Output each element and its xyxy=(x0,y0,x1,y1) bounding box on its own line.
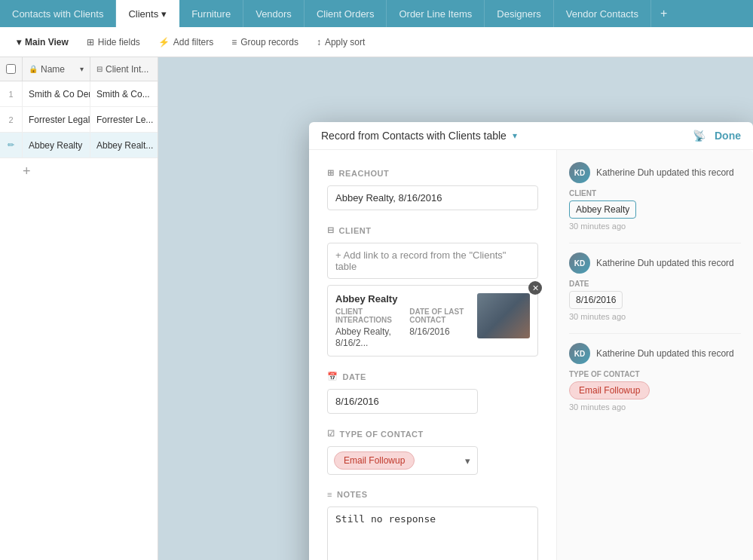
divider-1 xyxy=(569,243,741,243)
table-row[interactable]: 1 Smith & Co Dentistry Smith & Co... xyxy=(0,81,158,107)
table-row[interactable]: 2 Forrester Legal Partners Forrester Le.… xyxy=(0,107,158,133)
spreadsheet: 🔒 Name ▾ ⊟ Client Int... 1 Smith & Co De… xyxy=(0,57,158,560)
activity-badge-wrapper: Email Followup xyxy=(569,381,741,399)
add-row-button[interactable]: + xyxy=(0,158,158,184)
reachout-label: ⊞ REACHOUT xyxy=(327,168,538,178)
add-tab-button[interactable]: + xyxy=(651,7,676,20)
row-number: 2 xyxy=(0,107,23,132)
client-section: ⊟ CLIENT + Add link to a record from the… xyxy=(327,225,538,357)
background-area: Record from Contacts with Clients table … xyxy=(158,57,753,560)
date-label: 📅 DATE xyxy=(327,372,538,381)
tab-vendors[interactable]: Vendors xyxy=(243,0,305,27)
activity-field-label-1: CLIENT xyxy=(569,189,741,197)
avatar-3: KD xyxy=(569,343,590,364)
tab-designers[interactable]: Designers xyxy=(485,0,554,27)
chevron-down-icon: ▾ xyxy=(17,37,21,47)
header-name-col: 🔒 Name ▾ xyxy=(23,57,90,81)
type-of-contact-section: ☑ TYPE OF CONTACT Email Followup ▾ xyxy=(327,429,538,475)
tab-client-orders[interactable]: Client Orders xyxy=(305,0,387,27)
type-select[interactable]: Email Followup xyxy=(327,446,478,475)
feed-icon: 📡 xyxy=(693,130,706,142)
chevron-down-icon: ▾ xyxy=(161,8,167,20)
nav-tabs: Contacts with Clients Clients ▾ Furnitur… xyxy=(0,0,753,27)
add-filters-button[interactable]: ⚡ Add filters xyxy=(151,34,221,50)
group-icon: ≡ xyxy=(231,37,237,47)
modal-container: Record from Contacts with Clients table … xyxy=(309,122,753,560)
row-number: 1 xyxy=(0,81,23,106)
type-icon: ☑ xyxy=(327,429,335,439)
row-name-cell: Forrester Legal Partners xyxy=(23,107,90,132)
edit-icon: ✏ xyxy=(8,140,14,150)
table-row[interactable]: ✏ Abbey Realty Abbey Realt... xyxy=(0,133,158,158)
linked-record-name: Abbey Realty xyxy=(335,293,470,304)
activity-field-label-2: DATE xyxy=(569,280,741,288)
tab-furniture[interactable]: Furniture xyxy=(179,0,243,27)
tab-contacts-with-clients[interactable]: Contacts with Clients xyxy=(0,0,116,27)
notes-wrapper: @ xyxy=(327,506,538,560)
col2-label: DATE OF LAST CONTACT xyxy=(409,308,470,324)
record-modal: Record from Contacts with Clients table … xyxy=(309,115,753,560)
type-of-contact-label: ☑ TYPE OF CONTACT xyxy=(327,429,538,439)
sort-icon: ↕ xyxy=(317,37,321,47)
linked-record-meta: CLIENT INTERACTIONS Abbey Realty, 8/16/2… xyxy=(335,308,470,348)
header-checkbox-col xyxy=(0,57,23,81)
activity-text-3: Katherine Duh updated this record xyxy=(596,348,734,359)
tab-clients[interactable]: Clients ▾ xyxy=(116,0,179,27)
activity-feed: KD Katherine Duh updated this record CLI… xyxy=(557,150,753,560)
row-number: ✏ xyxy=(0,133,23,158)
chevron-down-icon: ▾ xyxy=(80,65,84,73)
tab-vendor-contacts[interactable]: Vendor Contacts xyxy=(554,0,651,27)
notes-section: ≡ NOTES @ xyxy=(327,490,538,560)
activity-time-2: 30 minutes ago xyxy=(569,312,741,321)
reachout-section: ⊞ REACHOUT xyxy=(327,168,538,210)
select-all-checkbox[interactable] xyxy=(6,64,16,74)
date-section: 📅 DATE xyxy=(327,372,538,414)
add-link-button[interactable]: + Add link to a record from the "Clients… xyxy=(327,243,538,279)
main-view-button[interactable]: ▾ Main View xyxy=(9,34,76,50)
reachout-icon: ⊞ xyxy=(327,168,335,178)
activity-entry-1: KD Katherine Duh updated this record CLI… xyxy=(569,162,741,231)
header-client-col: ⊟ Client Int... xyxy=(90,57,158,81)
done-button[interactable]: Done xyxy=(715,130,741,142)
modal-title: Record from Contacts with Clients table xyxy=(321,130,507,142)
reachout-input[interactable] xyxy=(327,185,538,210)
row-name-cell: Abbey Realty xyxy=(23,133,90,158)
apply-sort-button[interactable]: ↕ Apply sort xyxy=(309,34,372,50)
chevron-down-icon: ▾ xyxy=(513,130,517,141)
tab-order-line-items[interactable]: Order Line Items xyxy=(387,0,485,27)
close-linked-record-button[interactable]: ✕ xyxy=(528,281,542,295)
notes-label: ≡ NOTES xyxy=(327,490,538,499)
col1-label: CLIENT INTERACTIONS xyxy=(335,308,394,324)
linked-record-col2: DATE OF LAST CONTACT 8/16/2016 xyxy=(409,308,470,348)
filter-icon: ⚡ xyxy=(158,37,170,47)
activity-header-1: KD Katherine Duh updated this record xyxy=(569,162,741,183)
hide-fields-button[interactable]: ⊞ Hide fields xyxy=(79,34,148,50)
client-label: ⊟ CLIENT xyxy=(327,225,538,235)
calendar-icon: 📅 xyxy=(327,372,338,381)
avatar-2: KD xyxy=(569,252,590,274)
date-input[interactable] xyxy=(327,389,478,414)
main-content: 🔒 Name ▾ ⊟ Client Int... 1 Smith & Co De… xyxy=(0,57,753,560)
row-client-cell: Forrester Le... xyxy=(90,107,158,132)
type-badge: Email Followup xyxy=(334,451,415,470)
modal-header: Record from Contacts with Clients table … xyxy=(309,122,753,150)
divider-2 xyxy=(569,333,741,334)
linked-record-col1: CLIENT INTERACTIONS Abbey Realty, 8/16/2… xyxy=(335,308,394,348)
thumbnail-image xyxy=(477,293,530,338)
table-icon: ⊟ xyxy=(96,65,103,73)
activity-field-value-1: Abbey Realty xyxy=(569,200,636,219)
modal-body: ⊞ REACHOUT ⊟ CLIENT + xyxy=(309,150,753,560)
fields-icon: ⊞ xyxy=(87,37,94,47)
notes-textarea[interactable] xyxy=(327,506,538,560)
activity-field-value-2: 8/16/2016 xyxy=(569,291,623,309)
activity-entry-3: KD Katherine Duh updated this record TYP… xyxy=(569,343,741,412)
col2-value: 8/16/2016 xyxy=(409,326,449,337)
toolbar: ▾ Main View ⊞ Hide fields ⚡ Add filters … xyxy=(0,27,753,57)
activity-entry-2: KD Katherine Duh updated this record DAT… xyxy=(569,252,741,321)
activity-text-1: Katherine Duh updated this record xyxy=(596,167,734,178)
group-records-button[interactable]: ≡ Group records xyxy=(224,34,306,50)
sheet-header: 🔒 Name ▾ ⊟ Client Int... xyxy=(0,57,158,81)
row-client-cell: Smith & Co... xyxy=(90,81,158,106)
activity-header-3: KD Katherine Duh updated this record xyxy=(569,343,741,364)
activity-time-1: 30 minutes ago xyxy=(569,222,741,231)
